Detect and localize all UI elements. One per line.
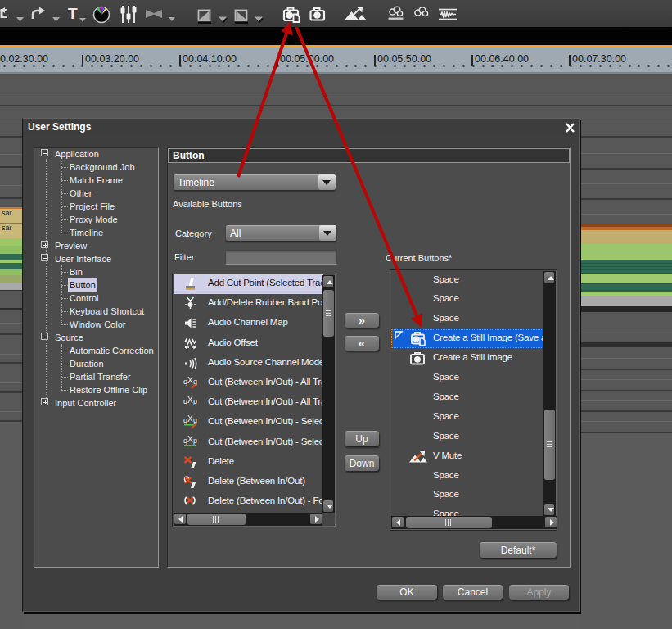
- svg-text:X: X: [187, 376, 193, 385]
- svg-text:g: g: [193, 416, 197, 424]
- svg-text:p: p: [193, 437, 197, 445]
- svg-text:X: X: [187, 396, 193, 405]
- svg-text:T: T: [68, 5, 78, 22]
- svg-text:X: X: [187, 415, 193, 423]
- svg-text:p: p: [193, 397, 197, 405]
- svg-text:X: X: [187, 436, 193, 444]
